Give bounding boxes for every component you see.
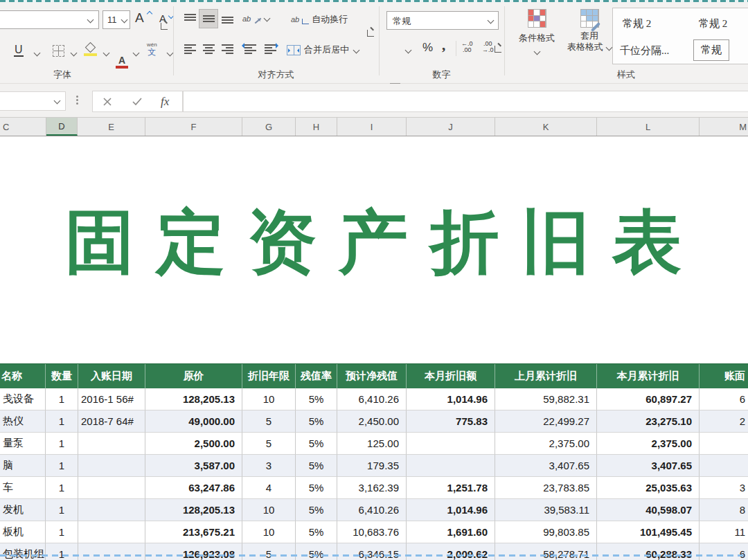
table-cell[interactable]: 128,205.13 (145, 499, 242, 521)
orientation-button[interactable]: ab (242, 12, 262, 24)
table-cell[interactable]: 2,375.00 (495, 433, 597, 455)
table-cell[interactable]: 2018-7 64# (78, 410, 145, 433)
column-header-H[interactable]: H (296, 118, 337, 136)
table-cell[interactable]: 2 (700, 410, 748, 433)
table-cell[interactable]: 6,410.26 (337, 388, 407, 410)
chevron-down-icon[interactable] (34, 50, 41, 57)
table-cell[interactable]: 1 (46, 433, 78, 455)
table-cell[interactable]: 2,009.62 (407, 543, 495, 560)
chevron-down-icon[interactable] (71, 50, 78, 57)
decrease-decimal-icon[interactable]: .00 →.0 (482, 41, 494, 53)
table-cell[interactable]: 3 (242, 455, 296, 477)
align-left-button[interactable] (180, 39, 199, 59)
table-cell[interactable] (78, 477, 145, 499)
table-cell[interactable]: 1 (46, 499, 78, 521)
column-header-G[interactable]: G (242, 118, 296, 136)
table-cell[interactable]: 1 (46, 477, 78, 499)
dialog-launcher-icon[interactable] (495, 46, 501, 53)
table-cell[interactable]: 1,014.96 (407, 499, 495, 521)
table-cell[interactable]: 40,598.07 (597, 499, 700, 521)
format-as-table-button[interactable]: 套用 表格格式 (567, 9, 612, 52)
cell-style-item[interactable]: 常规 2 (699, 17, 727, 30)
chevron-down-icon[interactable] (87, 17, 94, 24)
table-cell[interactable] (78, 499, 145, 521)
align-right-button[interactable] (217, 39, 237, 59)
table-cell[interactable]: 1 (46, 543, 78, 560)
table-cell[interactable]: 6,410.26 (337, 499, 407, 521)
table-header-cell[interactable]: 数量 (46, 364, 78, 388)
table-cell[interactable]: 包装机组 (0, 543, 46, 560)
column-header-E[interactable]: E (78, 118, 145, 136)
table-cell[interactable]: 4 (242, 477, 296, 499)
column-header-K[interactable]: K (495, 118, 597, 136)
table-cell[interactable]: 22,499.27 (495, 410, 597, 433)
chevron-down-icon[interactable] (133, 50, 140, 57)
table-cell[interactable]: 3,587.00 (145, 455, 242, 477)
name-box[interactable] (0, 91, 66, 111)
table-cell[interactable]: 8 (700, 499, 748, 521)
table-cell[interactable]: 脑 (0, 455, 46, 477)
chevron-down-icon[interactable] (488, 17, 495, 24)
table-cell[interactable] (407, 433, 495, 455)
align-bottom-button[interactable] (217, 9, 237, 28)
table-cell[interactable]: 10 (242, 388, 296, 410)
table-cell[interactable]: 126,923.08 (145, 543, 242, 560)
table-cell[interactable]: 39,583.11 (495, 499, 597, 521)
conditional-formatting-button[interactable]: 条件格式 (515, 9, 558, 57)
dialog-launcher-icon[interactable] (161, 23, 168, 30)
table-cell[interactable]: 125.00 (337, 433, 407, 455)
table-cell[interactable]: 1,251.78 (407, 477, 495, 499)
table-cell[interactable]: 5% (296, 477, 337, 499)
chevron-down-icon[interactable] (405, 47, 412, 54)
table-cell[interactable] (78, 455, 145, 477)
column-header-M[interactable]: M (700, 118, 748, 136)
merge-center-button[interactable]: 合并后居中 (287, 44, 359, 56)
table-cell[interactable]: 5% (296, 455, 337, 477)
table-header-cell[interactable]: 账面 (700, 364, 748, 388)
table-cell[interactable]: 2,500.00 (145, 433, 242, 455)
table-header-cell[interactable]: 折旧年限 (242, 364, 296, 388)
chevron-down-icon[interactable] (264, 15, 271, 22)
column-header-C[interactable]: C (0, 118, 46, 136)
underline-button[interactable]: U (14, 44, 24, 56)
table-cell[interactable]: 23,275.10 (597, 410, 700, 433)
table-header-cell[interactable]: 入账日期 (78, 364, 145, 388)
chevron-down-icon[interactable] (103, 50, 110, 57)
table-cell[interactable]: 1 (46, 455, 78, 477)
cell-style-item[interactable]: 千位分隔... (620, 44, 669, 57)
table-cell[interactable]: 5% (296, 543, 337, 560)
table-cell[interactable]: 11 (700, 521, 748, 543)
table-cell[interactable]: 213,675.21 (145, 521, 242, 543)
cell-style-item[interactable]: 常规 (693, 39, 729, 61)
formula-bar-drag-handle[interactable] (76, 96, 78, 105)
table-cell[interactable]: 3,407.65 (597, 455, 700, 477)
grow-font-button[interactable]: A (135, 10, 144, 26)
table-cell[interactable]: 2,375.00 (597, 433, 700, 455)
table-cell[interactable]: 59,882.31 (495, 388, 597, 410)
table-cell[interactable]: 1,014.96 (407, 388, 495, 410)
chevron-down-icon[interactable] (167, 50, 174, 57)
table-cell[interactable]: 发机 (0, 499, 46, 521)
table-header-cell[interactable]: 本月折旧额 (407, 364, 495, 388)
table-cell[interactable] (700, 455, 748, 477)
table-cell[interactable]: 1 (46, 388, 78, 410)
increase-decimal-icon[interactable]: ←.0 .00 (461, 41, 473, 53)
table-cell[interactable]: 板机 (0, 521, 46, 543)
table-cell[interactable]: 5 (242, 543, 296, 560)
table-cell[interactable]: 101,495.45 (597, 521, 700, 543)
comma-icon[interactable]: , (442, 37, 445, 54)
align-middle-button[interactable] (199, 9, 218, 28)
table-cell[interactable]: 128,205.13 (145, 388, 242, 410)
table-cell[interactable]: 99,803.85 (495, 521, 597, 543)
table-cell[interactable]: 5% (296, 521, 337, 543)
table-cell[interactable]: 2,450.00 (337, 410, 407, 433)
percent-icon[interactable]: % (422, 41, 433, 55)
table-cell[interactable]: 1,691.60 (407, 521, 495, 543)
table-cell[interactable] (78, 521, 145, 543)
column-header-F[interactable]: F (145, 118, 242, 136)
table-cell[interactable] (700, 433, 748, 455)
fx-icon[interactable]: fx (161, 95, 169, 109)
table-cell[interactable]: 60,897.27 (597, 388, 700, 410)
font-size-combobox[interactable]: 11 (103, 10, 130, 29)
font-name-combobox[interactable] (0, 10, 99, 29)
